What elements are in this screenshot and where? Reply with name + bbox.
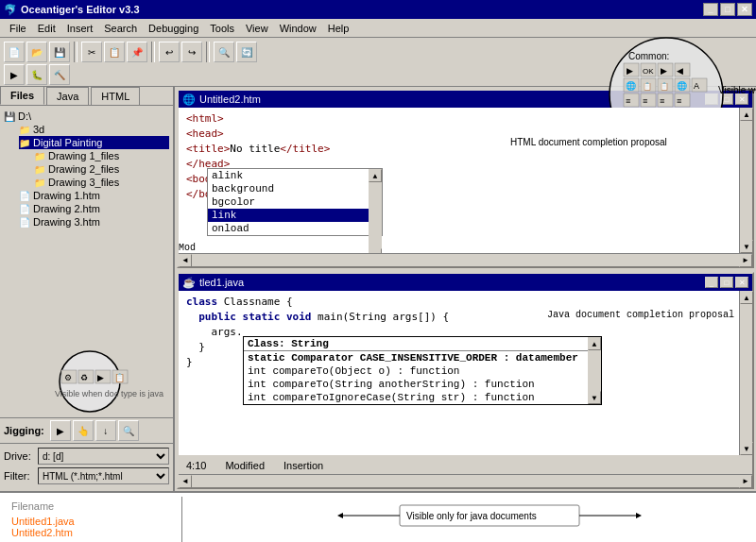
html-completion-wrapper: alink background bgcolor link onload ▲ ▼ [207, 168, 396, 236]
status-state: Modified [225, 460, 265, 471]
svg-text:A: A [694, 81, 699, 91]
tree-label-drawing3htm: Drawing 3.htm [33, 216, 100, 228]
java-editor-minimize[interactable]: _ [705, 277, 718, 288]
svg-text:🌐: 🌐 [677, 80, 688, 92]
toolbar-btn-find[interactable]: 🔍 [214, 42, 234, 62]
java-editor-window: ☕ tled1.java _ □ ✕ class Classname { pub… [177, 272, 754, 489]
debug-btn-1[interactable]: ▶ [50, 420, 71, 441]
menu-edit[interactable]: Edit [32, 21, 61, 36]
tab-html[interactable]: HTML [91, 87, 140, 105]
svg-text:≡: ≡ [660, 96, 664, 106]
menu-search[interactable]: Search [98, 21, 143, 36]
file-link-java[interactable]: Untitled1.java [11, 516, 178, 527]
status-mode: Insertion [284, 460, 323, 471]
java-completion-item-2[interactable]: int compareTo(String anotherString) : fu… [244, 378, 601, 391]
html-completion-annotation: HTML document completion proposal [510, 137, 667, 147]
java-completion-scroll-up[interactable]: ▲ [588, 337, 601, 350]
left-panel: Files Java HTML 💾 D:\ 📁 3d 📁 Digital Pai… [0, 87, 175, 491]
toolbar-btn-open[interactable]: 📂 [26, 42, 47, 62]
drive-row: Drive: d: [d] [4, 448, 169, 465]
debug-btn-2[interactable]: 👆 [73, 420, 94, 441]
toolbar-btn-run[interactable]: ▶ [4, 64, 25, 85]
tree-label-3d: 3d [33, 124, 44, 135]
java-completion-scroll-down[interactable]: ▼ [588, 391, 601, 404]
completion-item-background[interactable]: background [208, 182, 382, 195]
html-scroll-track [740, 121, 752, 240]
debug-btn-4[interactable]: 🔍 [118, 420, 139, 441]
java-scroll-down[interactable]: ▼ [740, 442, 753, 455]
svg-text:⚙: ⚙ [64, 373, 72, 382]
tree-item-3d: 📁 3d [19, 123, 169, 136]
completion-scroll-down[interactable]: ▼ [369, 248, 382, 253]
html-scroll-down[interactable]: ▼ [740, 240, 753, 253]
bottom-panel-inner: Filename Untitled1.java Untitled2.htm Vi… [8, 497, 748, 542]
menu-view[interactable]: View [240, 21, 274, 36]
tree-item-drawing1files: 📁 Drawing 1_files [34, 149, 169, 162]
toolbar-btn-copy[interactable]: 📋 [104, 42, 125, 62]
close-button[interactable]: ✕ [737, 3, 752, 16]
java-editor-content[interactable]: class Classname { public static void mai… [179, 291, 739, 455]
svg-text:≡: ≡ [677, 96, 681, 106]
html-status-bottom: Mod [179, 243, 196, 253]
maximize-button[interactable]: □ [720, 3, 735, 16]
menu-debugging[interactable]: Debugging [143, 21, 204, 36]
drive-select[interactable]: d: [d] [38, 448, 169, 465]
svg-text:🌐: 🌐 [626, 80, 637, 92]
tab-java[interactable]: Java [46, 87, 89, 105]
html-editor-content[interactable]: <html> <head> <title>No title</title> </… [179, 108, 739, 253]
html-scroll-left[interactable]: ◄ [179, 254, 192, 267]
java-completion-item-1[interactable]: int compareTo(Object o) : function [244, 364, 601, 378]
completion-item-link[interactable]: link [208, 209, 382, 222]
menu-insert[interactable]: Insert [61, 21, 99, 36]
toolbar-btn-debug[interactable]: 🐛 [26, 64, 47, 85]
svg-text:OK: OK [643, 67, 654, 76]
html-editor-icon: 🌐 [182, 93, 196, 106]
toolbar-area: 📄 📂 💾 ✂ 📋 📌 ↩ ↪ 🔍 🔄 ▶ 🐛 🔨 Common: [0, 38, 756, 87]
minimize-button[interactable]: _ [703, 3, 718, 16]
toolbar-btn-redo[interactable]: ↪ [181, 42, 202, 62]
html-editor-body: <html> <head> <title>No title</title> </… [179, 108, 752, 253]
debug-btn-3[interactable]: ↓ [95, 420, 116, 441]
completion-item-bgcolor[interactable]: bgcolor [208, 195, 382, 209]
toolbar-btn-save[interactable]: 💾 [49, 42, 70, 62]
html-completion-dropdown: alink background bgcolor link onload ▲ ▼ [207, 168, 383, 236]
menu-help[interactable]: Help [322, 21, 355, 36]
toolbar-btn-paste[interactable]: 📌 [127, 42, 147, 62]
file-list-column: Filename Untitled1.java Untitled2.htm [8, 497, 182, 542]
html-editor-scrollbar[interactable]: ▲ ▼ [739, 108, 752, 253]
tree-label-d-drive: D:\ [18, 110, 31, 122]
html-mod-label: Mod [179, 243, 196, 253]
toolbar-btn-cut[interactable]: ✂ [81, 42, 102, 62]
menu-window[interactable]: Window [274, 21, 322, 36]
java-completion-item-3[interactable]: int compareToIgnoreCase(String str) : fu… [244, 391, 601, 404]
app-icon: 🐬 [4, 4, 17, 16]
file-link-htm[interactable]: Untitled2.htm [11, 527, 178, 538]
java-completion-item-0[interactable]: static Comparator CASE_INSENSITIVE_ORDER… [244, 351, 601, 364]
toolbar-btn-replace[interactable]: 🔄 [236, 42, 257, 62]
file-browser-tabs: Files Java HTML [0, 87, 173, 106]
html-scroll-up[interactable]: ▲ [740, 108, 753, 121]
java-editor-scrollbar[interactable]: ▲ ▼ [739, 291, 752, 455]
java-scroll-up[interactable]: ▲ [740, 291, 753, 304]
status-position: 4:10 [186, 460, 206, 471]
toolbar-btn-new[interactable]: 📄 [4, 42, 25, 62]
java-editor-maximize[interactable]: □ [720, 277, 733, 288]
toolbar-btn-build[interactable]: 🔨 [49, 64, 70, 85]
html-scroll-right[interactable]: ► [739, 254, 752, 267]
tab-files[interactable]: Files [0, 86, 44, 105]
toolbar-btn-undo[interactable]: ↩ [159, 42, 180, 62]
java-editor-close[interactable]: ✕ [735, 277, 748, 288]
menu-tools[interactable]: Tools [204, 21, 240, 36]
svg-text:◀: ◀ [677, 66, 683, 76]
menu-file[interactable]: File [4, 21, 32, 36]
completion-item-onload[interactable]: onload [208, 222, 382, 235]
java-scrollbar-h: ◄ ► [179, 474, 752, 487]
svg-text:📋: 📋 [660, 81, 669, 91]
filter-select[interactable]: HTML (*.htm;*.html [38, 467, 169, 484]
java-scroll-left[interactable]: ◄ [179, 475, 192, 488]
java-scroll-right[interactable]: ► [739, 475, 752, 488]
completion-scroll-up[interactable]: ▲ [369, 169, 382, 182]
java-completion-dropdown: Class: String static Comparator CASE_INS… [243, 336, 602, 405]
tree-item-d-drive[interactable]: 💾 D:\ [4, 110, 169, 123]
completion-item-alink[interactable]: alink [208, 169, 382, 182]
